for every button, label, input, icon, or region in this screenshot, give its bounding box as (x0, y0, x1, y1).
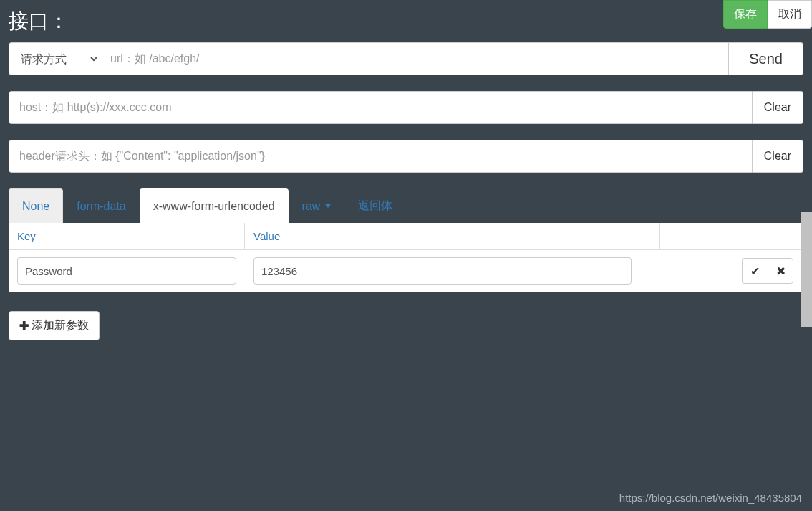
tab-form-data[interactable]: form-data (63, 188, 139, 223)
header-row: Clear (9, 140, 803, 173)
delete-row-button[interactable]: ✖ (768, 258, 793, 284)
url-input[interactable] (100, 42, 729, 75)
tab-urlencoded[interactable]: x-www-form-urlencoded (140, 188, 289, 223)
cancel-button[interactable]: 取消 (768, 0, 812, 29)
tab-response[interactable]: 返回体 (344, 188, 406, 223)
col-header-key: Key (9, 223, 245, 249)
method-select[interactable]: 请求方式 (9, 42, 100, 75)
clear-header-button[interactable]: Clear (753, 140, 803, 173)
confirm-row-button[interactable]: ✔ (742, 258, 768, 284)
save-button[interactable]: 保存 (723, 0, 768, 29)
tab-none[interactable]: None (9, 188, 63, 223)
tab-raw-label: raw (302, 200, 321, 213)
check-icon: ✔ (750, 264, 760, 278)
host-row: Clear (9, 91, 803, 124)
url-row: 请求方式 Send (9, 42, 803, 75)
footer-url: https://blog.csdn.net/weixin_48435804 (619, 492, 802, 504)
send-button[interactable]: Send (729, 42, 803, 75)
params-header: Key Value (9, 223, 803, 250)
close-icon: ✖ (776, 264, 786, 278)
row-action-group: ✔ ✖ (742, 258, 793, 284)
scrollbar-thumb[interactable] (801, 212, 812, 327)
header-input[interactable] (9, 140, 753, 173)
caret-down-icon (325, 204, 331, 208)
params-row: ✔ ✖ (9, 250, 803, 292)
page-title: 接口： (9, 7, 69, 35)
host-input[interactable] (9, 91, 753, 124)
col-header-actions (660, 223, 803, 249)
params-table: Key Value ✔ ✖ (9, 223, 803, 292)
param-value-input[interactable] (253, 257, 632, 285)
plus-icon: ✚ (19, 319, 29, 333)
add-param-button[interactable]: ✚ 添加新参数 (9, 311, 100, 340)
param-key-input[interactable] (17, 257, 236, 285)
add-param-label: 添加新参数 (32, 318, 89, 333)
tab-raw[interactable]: raw (289, 188, 345, 223)
top-buttons: 保存 取消 (723, 0, 812, 29)
body-tabs: None form-data x-www-form-urlencoded raw… (9, 188, 803, 223)
col-header-value: Value (245, 223, 660, 249)
clear-host-button[interactable]: Clear (753, 91, 803, 124)
